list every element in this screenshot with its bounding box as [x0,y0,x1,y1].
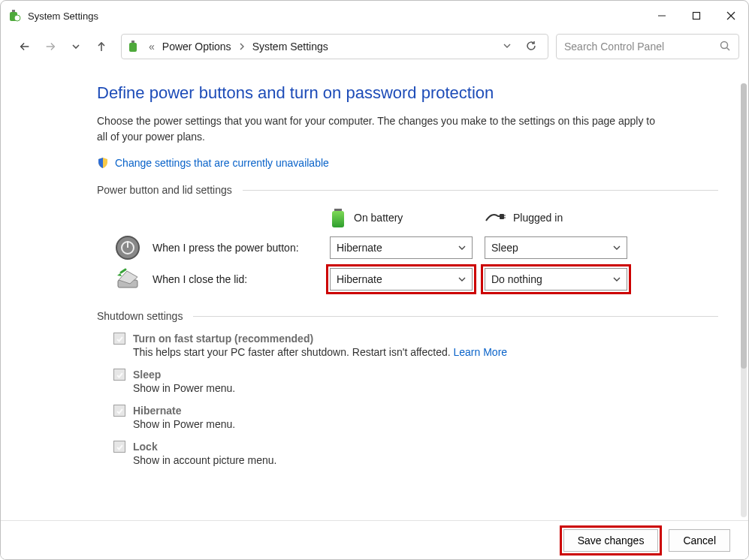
search-box[interactable] [556,34,739,59]
svg-rect-10 [129,43,137,52]
window-controls [645,5,748,27]
vertical-scrollbar[interactable] [741,83,747,517]
breadcrumb-prefix: « [149,41,155,53]
arrow-right-icon [44,40,56,53]
svg-line-13 [727,47,730,50]
minimize-button[interactable] [645,5,679,27]
power-button-battery-value: Hibernate [337,242,382,254]
power-grid: On battery Plugged in When I press the p… [97,206,718,292]
uac-link[interactable]: Change settings that are currently unava… [115,157,329,169]
chevron-down-icon [71,42,80,51]
close-lid-plugged-select[interactable]: Do nothing [485,268,627,291]
arrow-up-icon [95,41,107,53]
page-description: Choose the power settings that you want … [97,113,668,145]
chevron-down-icon [613,242,621,254]
power-button-plugged-value: Sleep [491,242,518,254]
section-power-lid-label: Power button and lid settings [97,184,232,196]
svg-point-12 [721,41,728,48]
refresh-button[interactable] [525,40,537,54]
svg-rect-14 [334,209,342,211]
section-shutdown: Shutdown settings [97,310,718,322]
svg-rect-1 [12,10,15,12]
chevron-down-icon [458,242,466,254]
search-input[interactable] [564,35,719,58]
window-title: System Settings [28,11,645,22]
forward-button[interactable] [44,41,56,53]
lock-title: Lock [133,441,158,453]
uac-shield-icon [97,157,109,169]
breadcrumb-dropdown[interactable] [503,41,512,53]
nav-arrows [11,41,113,53]
power-options-app-icon [8,9,22,23]
close-lid-battery-select[interactable]: Hibernate [330,268,473,291]
fast-startup-title: Turn on fast startup (recommended) [133,333,313,345]
chevron-right-icon [239,41,245,53]
svg-rect-15 [332,211,344,227]
sleep-desc: Show in Power menu. [113,382,718,394]
maximize-icon [692,11,701,20]
row-close-lid: When I close the lid: [97,266,318,292]
fast-startup-item: Turn on fast startup (recommended) This … [113,333,718,358]
laptop-lid-icon [115,266,140,292]
minimize-icon [657,11,666,20]
hibernate-checkbox[interactable] [113,405,125,417]
save-changes-button[interactable]: Save changes [563,529,659,552]
learn-more-link[interactable]: Learn More [454,346,508,358]
breadcrumb[interactable]: « Power Options System Settings [121,34,548,59]
lock-item: Lock Show in account picture menu. [113,441,718,466]
svg-marker-23 [117,273,122,276]
svg-rect-4 [693,13,700,20]
battery-icon [330,206,346,229]
divider [193,316,718,317]
close-lid-plugged-value: Do nothing [491,273,542,285]
up-button[interactable] [95,41,107,53]
power-button-plugged-select[interactable]: Sleep [485,236,627,259]
col-plugged-label: Plugged in [513,212,563,224]
hibernate-desc: Show in Power menu. [113,418,718,430]
col-battery-label: On battery [354,212,403,224]
close-icon [726,11,735,20]
lock-checkbox[interactable] [113,441,125,453]
fast-startup-checkbox[interactable] [113,333,125,345]
svg-point-2 [14,15,20,21]
power-button-battery-select[interactable]: Hibernate [330,236,473,259]
power-options-bc-icon [128,40,141,53]
shutdown-settings-list: Turn on fast startup (recommended) This … [97,333,718,466]
chevron-down-icon [503,41,512,50]
sleep-title: Sleep [133,369,161,381]
maximize-button[interactable] [679,5,714,27]
search-icon [719,40,731,54]
svg-rect-11 [131,41,134,43]
page-heading: Define power buttons and turn on passwor… [97,83,718,103]
row-power-button: When I press the power button: [97,235,318,260]
close-lid-battery-value: Hibernate [337,273,382,285]
section-power-lid: Power button and lid settings [97,184,718,196]
close-button[interactable] [714,5,748,27]
col-plugged-in: Plugged in [485,212,627,224]
breadcrumb-item-power-options[interactable]: Power Options [162,41,231,53]
back-button[interactable] [19,41,31,53]
navigation-bar: « Power Options System Settings [1,31,748,70]
section-shutdown-label: Shutdown settings [97,310,183,322]
uac-row: Change settings that are currently unava… [97,157,718,169]
scrollbar-thumb[interactable] [741,83,747,369]
arrow-left-icon [19,40,31,53]
chevron-down-icon [613,273,621,285]
sleep-item: Sleep Show in Power menu. [113,369,718,394]
page-content: Define power buttons and turn on passwor… [1,70,748,481]
footer-bar: Save changes Cancel [1,520,748,559]
row-close-lid-label: When I close the lid: [153,273,247,285]
row-power-button-label: When I press the power button: [153,242,299,254]
hibernate-item: Hibernate Show in Power menu. [113,405,718,430]
recent-locations-button[interactable] [70,41,82,53]
power-button-icon [115,235,140,260]
divider [243,190,718,191]
sleep-checkbox[interactable] [113,369,125,381]
cancel-button[interactable]: Cancel [669,529,730,552]
plug-icon [485,212,506,224]
breadcrumb-item-system-settings[interactable]: System Settings [252,41,328,53]
lock-desc: Show in account picture menu. [113,454,718,466]
chevron-down-icon [458,273,466,285]
titlebar: System Settings [1,1,748,31]
fast-startup-desc: This helps start your PC faster after sh… [133,346,454,358]
